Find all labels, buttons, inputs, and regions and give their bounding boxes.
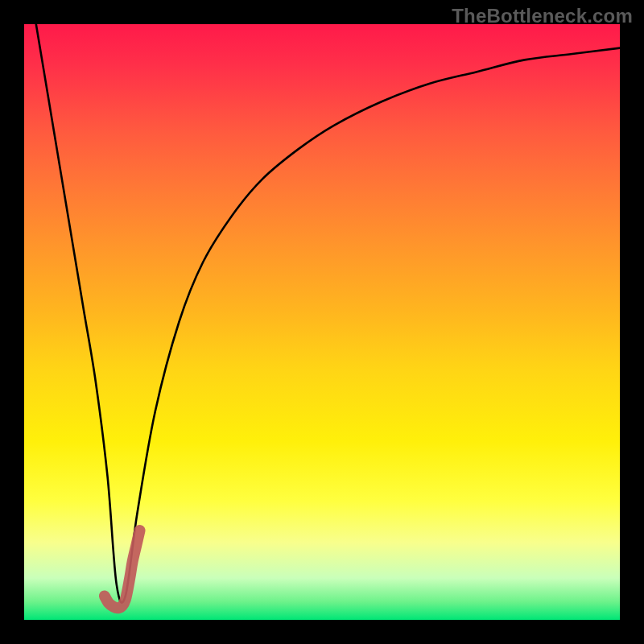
plot-area	[24, 24, 620, 620]
chart-frame: TheBottleneck.com	[0, 0, 644, 644]
series-optimal-marker	[105, 530, 140, 608]
chart-svg	[24, 24, 620, 620]
series-group	[36, 24, 620, 608]
series-bottleneck-curve	[36, 24, 620, 603]
